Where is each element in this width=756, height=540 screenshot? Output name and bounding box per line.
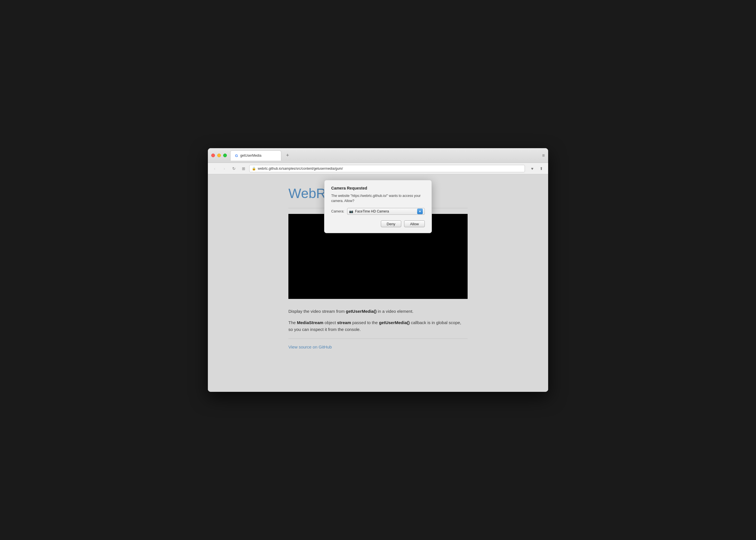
modal-message: The website "https://webrtc.github.io/" …: [331, 193, 425, 203]
camera-permission-dialog: Camera Requested The website "https://we…: [324, 180, 432, 233]
active-tab[interactable]: G getUserMedia: [230, 150, 281, 161]
share-button[interactable]: ⬆: [537, 165, 545, 173]
browser-menu-icon[interactable]: ≡: [542, 153, 545, 158]
url-text: webrtc.github.io/samples/src/content/get…: [258, 167, 343, 171]
grid-button[interactable]: ⊞: [240, 165, 248, 173]
bookmark-button[interactable]: ♥: [528, 165, 536, 173]
maximize-button[interactable]: [223, 154, 227, 157]
allow-button[interactable]: Allow: [404, 220, 425, 227]
close-button[interactable]: [211, 154, 215, 157]
tab-title: getUserMedia: [240, 154, 262, 158]
page-content: WebRTC Display the video stream from get…: [208, 174, 548, 392]
select-dropdown-arrow[interactable]: ▼: [417, 208, 423, 214]
forward-button[interactable]: ›: [220, 165, 228, 173]
address-bar[interactable]: 🔒 webrtc.github.io/samples/src/content/g…: [249, 165, 525, 172]
modal-camera-field: Camera: 📷 FaceTime HD Camera ▼: [331, 208, 425, 215]
camera-option-text: FaceTime HD Camera: [355, 209, 415, 213]
traffic-lights: [211, 154, 227, 157]
minimize-button[interactable]: [217, 154, 221, 157]
camera-label: Camera:: [331, 209, 344, 213]
nav-bar: ‹ › ↻ ⊞ 🔒 webrtc.github.io/samples/src/c…: [208, 163, 548, 174]
tabs-area: G getUserMedia + ≡: [230, 150, 545, 161]
title-bar: G getUserMedia + ≡: [208, 148, 548, 163]
modal-overlay: Camera Requested The website "https://we…: [208, 174, 548, 392]
camera-icon: 📷: [349, 209, 353, 213]
security-icon: 🔒: [252, 167, 256, 171]
modal-title: Camera Requested: [331, 186, 425, 191]
tab-favicon: G: [235, 154, 238, 158]
modal-buttons: Deny Allow: [331, 220, 425, 227]
back-button[interactable]: ‹: [211, 165, 219, 173]
camera-select[interactable]: 📷 FaceTime HD Camera ▼: [347, 208, 425, 215]
deny-button[interactable]: Deny: [381, 220, 401, 227]
reload-button[interactable]: ↻: [230, 165, 238, 173]
nav-actions: ♥ ⬆: [528, 165, 545, 173]
new-tab-button[interactable]: +: [284, 152, 291, 160]
browser-window: G getUserMedia + ≡ ‹ › ↻ ⊞ 🔒 webrtc.gith…: [208, 148, 548, 392]
